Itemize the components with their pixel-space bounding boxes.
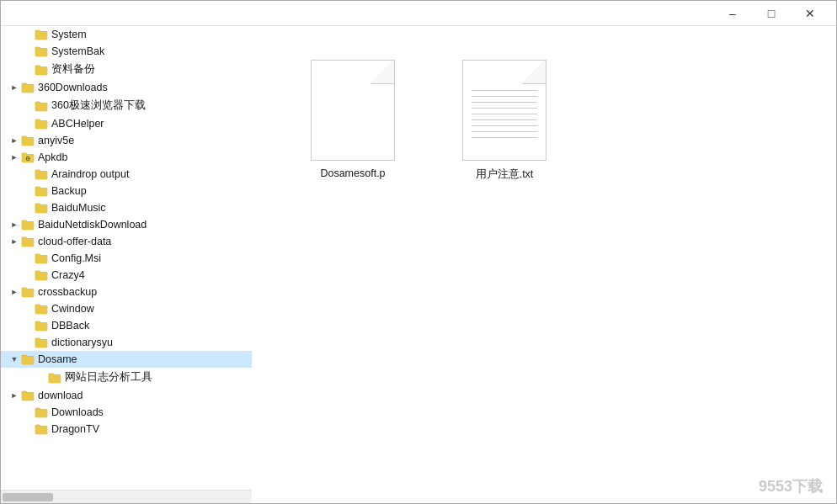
minimize-button[interactable]: –: [713, 1, 752, 26]
item-label: Backup: [51, 185, 87, 197]
toggle-icon[interactable]: ►: [8, 237, 21, 246]
sidebar-item-araindrop[interactable]: Araindrop output: [1, 166, 252, 183]
sidebar-item-downloads[interactable]: Downloads: [1, 404, 252, 421]
file-area: Dosamesoft.p: [252, 26, 836, 503]
toggle-icon[interactable]: ▼: [8, 355, 21, 363]
toggle-icon[interactable]: ►: [8, 136, 21, 145]
folder-icon: [35, 100, 48, 112]
sidebar-item-apkdb[interactable]: ► ⚙ Apkdb: [1, 149, 252, 166]
folder-icon: [35, 64, 48, 76]
sidebar-item-crossbackup[interactable]: ► crossbackup: [1, 284, 252, 300]
files-grid: Dosamesoft.p: [302, 60, 786, 182]
folder-icon: [21, 286, 35, 298]
toggle-icon[interactable]: ►: [8, 83, 21, 92]
watermark: 9553下载: [759, 476, 823, 496]
item-label: 360Downloads: [38, 82, 108, 93]
file-item-yonghu[interactable]: 用户注意.txt: [454, 60, 555, 182]
sidebar-item-360browser[interactable]: 360极速浏览器下载: [1, 96, 252, 115]
h-scroll-thumb[interactable]: [3, 493, 53, 501]
folder-icon: [35, 185, 48, 197]
sidebar-item-backup[interactable]: Backup: [1, 183, 252, 199]
sidebar-item-dosame[interactable]: ▼ Dosame: [1, 351, 252, 368]
horizontal-scrollbar[interactable]: [1, 490, 252, 503]
folder-icon: [35, 406, 48, 418]
sidebar-item-dictionarysyu[interactable]: dictionarysyu: [1, 334, 252, 351]
sidebar-item-anyiv5e[interactable]: ► anyiv5e: [1, 132, 252, 149]
item-label: DragonTV: [51, 423, 99, 435]
folder-icon: [35, 320, 48, 332]
folder-icon: [21, 135, 35, 146]
folder-icon: [48, 372, 61, 384]
toggle-icon[interactable]: ►: [8, 220, 21, 229]
folder-icon: [21, 219, 35, 231]
folder-icon: [35, 168, 48, 180]
item-label: dictionarysyu: [51, 337, 113, 348]
item-label: Apkdb: [38, 151, 67, 163]
folder-icon: [35, 252, 48, 264]
folder-icon: [35, 202, 48, 214]
toggle-icon[interactable]: ►: [8, 391, 21, 400]
sidebar-item-360downloads[interactable]: ► 360Downloads: [1, 79, 252, 96]
file-text-lines: [472, 90, 537, 151]
file-corner2: [522, 61, 546, 84]
file-label-dosamesoft: Dosamesoft.p: [320, 167, 385, 179]
sidebar-item-cwindow[interactable]: Cwindow: [1, 300, 252, 317]
title-bar: – □ ✕: [1, 1, 836, 26]
sidebar-item-systembak[interactable]: SystemBak: [1, 43, 252, 60]
folder-icon: [21, 390, 35, 401]
file-icon-blank: [311, 60, 395, 161]
item-label: 网站日志分析工具: [65, 370, 152, 385]
folder-icon: [35, 118, 48, 130]
sidebar-item-wangzhan[interactable]: 网站日志分析工具: [1, 368, 252, 387]
toggle-icon[interactable]: ►: [8, 153, 21, 162]
item-label: Downloads: [51, 406, 104, 418]
item-label: BaiduNetdiskDownload: [38, 219, 147, 231]
folder-icon: [21, 353, 35, 365]
sidebar-item-system[interactable]: System: [1, 26, 252, 43]
svg-text:⚙: ⚙: [25, 156, 30, 162]
item-label: BaiduMusic: [51, 202, 106, 214]
item-label: ABCHelper: [51, 118, 104, 130]
item-label: Config.Msi: [51, 252, 101, 264]
folder-icon: [21, 236, 35, 247]
sidebar-item-dragontv[interactable]: DragonTV: [1, 421, 252, 438]
maximize-button[interactable]: □: [752, 1, 791, 26]
item-label: Crazy4: [51, 269, 85, 281]
file-corner: [371, 61, 394, 84]
sidebar: System SystemBak 资料备份► 360Downloads 360极…: [1, 26, 252, 503]
sidebar-item-abchelper[interactable]: ABCHelper: [1, 115, 252, 132]
item-label: download: [38, 390, 83, 401]
item-label: Dosame: [38, 353, 77, 365]
sidebar-item-cloudoffer[interactable]: ► cloud-offer-data: [1, 233, 252, 250]
folder-icon: ⚙: [21, 151, 35, 163]
sidebar-item-baidunetdisk[interactable]: ► BaiduNetdiskDownload: [1, 216, 252, 233]
item-label: anyiv5e: [38, 135, 74, 146]
item-label: DBBack: [51, 320, 89, 332]
file-item-dosamesoft[interactable]: Dosamesoft.p: [302, 60, 403, 179]
toggle-icon[interactable]: ►: [8, 288, 21, 296]
sidebar-item-zilaobeifen[interactable]: 资料备份: [1, 60, 252, 79]
sidebar-item-dbback[interactable]: DBBack: [1, 317, 252, 334]
sidebar-item-configmsi[interactable]: Config.Msi: [1, 250, 252, 267]
sidebar-scroll[interactable]: System SystemBak 资料备份► 360Downloads 360极…: [1, 26, 252, 490]
item-label: cloud-offer-data: [38, 236, 111, 247]
folder-icon: [35, 423, 48, 435]
folder-icon: [35, 269, 48, 281]
folder-icon: [35, 45, 48, 57]
file-icon-text: [462, 60, 546, 161]
item-label: 360极速浏览器下载: [51, 98, 146, 113]
sidebar-item-download[interactable]: ► download: [1, 387, 252, 404]
sidebar-item-baidumusic[interactable]: BaiduMusic: [1, 199, 252, 216]
close-button[interactable]: ✕: [791, 1, 829, 26]
item-label: 资料备份: [51, 62, 95, 77]
item-label: SystemBak: [51, 45, 104, 57]
item-label: System: [51, 29, 87, 40]
item-label: crossbackup: [38, 286, 97, 298]
sidebar-item-crazy4[interactable]: Crazy4: [1, 267, 252, 284]
folder-icon: [35, 29, 48, 40]
folder-icon: [21, 82, 35, 93]
folder-icon: [35, 303, 48, 315]
file-explorer-window: – □ ✕ System SystemBak 资料备份► 360Download…: [0, 0, 837, 504]
item-label: Cwindow: [51, 303, 94, 315]
folder-icon: [35, 337, 48, 348]
